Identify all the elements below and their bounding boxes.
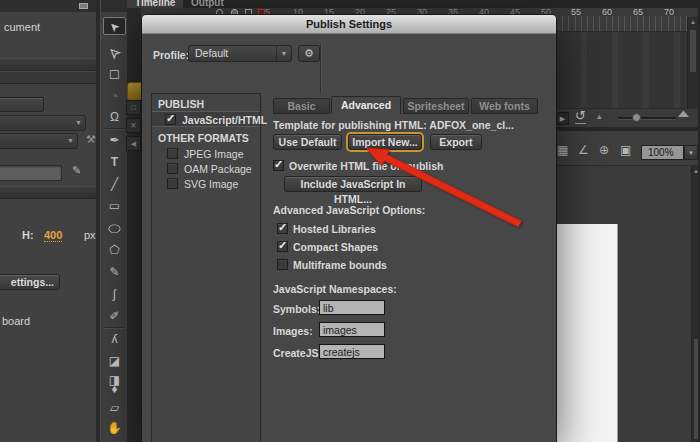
pencil-icon: ✎: [109, 265, 119, 279]
zoom-in-frames-icon[interactable]: ▲: [674, 107, 693, 119]
loop-playback-icon[interactable]: ↺: [575, 109, 586, 124]
profile-label: Profile:: [153, 49, 189, 61]
edit-scene-icon[interactable]: ▦: [557, 143, 568, 157]
bone-tool[interactable]: ʎ: [103, 330, 126, 348]
clip-content-icon[interactable]: ▣: [620, 143, 631, 157]
polystar-tool[interactable]: ⬠: [103, 241, 126, 259]
format-row-oam[interactable]: OAM Package: [152, 162, 260, 177]
play-icon: ▶: [560, 115, 565, 122]
rectangle-tool[interactable]: ▭: [103, 197, 126, 215]
profile-dropdown[interactable]: Default ▼: [188, 45, 292, 62]
symbols-input[interactable]: [319, 300, 385, 315]
format-row-svg[interactable]: SVG Image: [152, 177, 260, 192]
images-label: Images:: [273, 325, 313, 337]
frame-size-slider-thumb[interactable]: [632, 113, 641, 122]
close-icon: ×: [131, 120, 137, 131]
format-checkbox[interactable]: [167, 148, 178, 159]
format-checkbox[interactable]: [167, 163, 178, 174]
multiframe-bounds-label: Multiframe bounds: [293, 259, 387, 271]
edit-pencil-icon[interactable]: ✎: [72, 164, 81, 177]
brush-tool[interactable]: ∫: [103, 285, 126, 303]
format-row-javascript-html[interactable]: JavaScript/HTML: [152, 111, 260, 127]
wrench-icon[interactable]: ⚒: [86, 133, 96, 146]
hosted-libraries-checkbox[interactable]: [277, 223, 288, 234]
document-title: cument: [4, 21, 40, 33]
timeline-frames-area[interactable]: [556, 32, 688, 108]
template-line: Template for publishing HTML: ADFOX_one_…: [273, 119, 514, 131]
profile-options-button[interactable]: ⚙: [298, 45, 320, 62]
selection-tool[interactable]: ➤: [103, 17, 126, 35]
createjs-input[interactable]: [319, 344, 385, 359]
class-field[interactable]: [0, 165, 62, 181]
eyedropper-tool[interactable]: ♦: [103, 380, 126, 398]
close-button[interactable]: ×: [126, 118, 141, 133]
section-header-bar[interactable]: [0, 71, 96, 84]
images-input[interactable]: [319, 322, 385, 337]
target-dropdown[interactable]: [0, 115, 86, 131]
hand-tool[interactable]: ✋: [103, 419, 126, 437]
hosted-libraries-label: Hosted Libraries: [293, 223, 376, 235]
format-checkbox[interactable]: [167, 178, 178, 189]
tab-advanced[interactable]: Advanced: [331, 96, 401, 114]
format-row-jpeg[interactable]: JPEG Image: [152, 147, 260, 162]
panel-menu-icon[interactable]: [79, 3, 88, 9]
lasso-tool[interactable]: Ω: [103, 108, 126, 126]
height-value[interactable]: 400: [44, 229, 62, 242]
format-checkbox[interactable]: [165, 114, 176, 125]
line-icon: ╱: [111, 177, 118, 191]
tab-output[interactable]: Output: [183, 0, 232, 8]
format-label: JPEG Image: [184, 148, 244, 160]
oval-icon: ◯: [108, 222, 121, 235]
include-javascript-button[interactable]: Include JavaScript In HTML...: [284, 176, 422, 192]
scroll-up-icon[interactable]: ▲: [688, 19, 698, 25]
paint-brush-icon: ✐: [109, 309, 119, 323]
pen-tool[interactable]: ✒: [103, 131, 126, 149]
paint-bucket-tool[interactable]: ◪: [103, 352, 126, 370]
properties-panel: cument ⚒ ✎ H: 400 px ettings... board: [0, 0, 96, 442]
section-header-bar[interactable]: [0, 186, 96, 199]
zoom-dropdown-button[interactable]: ▼: [684, 145, 698, 160]
new-item-button[interactable]: □: [126, 100, 141, 115]
script-dropdown[interactable]: [0, 133, 78, 149]
overwrite-checkbox[interactable]: [273, 160, 284, 171]
eraser-icon: ▱: [110, 401, 119, 415]
compact-shapes-checkbox[interactable]: [277, 241, 288, 252]
rotation-tool-icon[interactable]: ∠: [578, 143, 589, 157]
3d-rotation-tool[interactable]: ◔: [103, 87, 126, 105]
subselection-tool[interactable]: ➤: [103, 44, 126, 62]
scrollbar-thumb[interactable]: [689, 29, 697, 73]
tab-spritesheet[interactable]: Spritesheet: [403, 98, 469, 114]
document-profile-button[interactable]: [0, 97, 44, 112]
tab-basic[interactable]: Basic: [273, 98, 330, 114]
use-default-button[interactable]: Use Default: [273, 134, 342, 150]
free-transform-icon: ☐: [109, 68, 120, 82]
text-tool[interactable]: T: [103, 153, 126, 171]
section-header-bar[interactable]: [0, 58, 96, 71]
export-button[interactable]: Export: [430, 134, 482, 150]
eraser-tool[interactable]: ▱: [103, 399, 126, 417]
board-label: board: [2, 315, 30, 327]
timeline-ruler-ticks[interactable]: [556, 16, 688, 32]
import-new-button[interactable]: Import New...: [348, 134, 422, 150]
frame-size-slider-track[interactable]: [618, 117, 676, 120]
advanced-settings-button[interactable]: ettings...: [0, 274, 60, 290]
timeline-menu-button[interactable]: ▶: [556, 112, 569, 125]
oval-tool[interactable]: ◯: [103, 219, 126, 237]
timeline-scrollbar[interactable]: ▲: [687, 17, 698, 108]
toolbar-divider: [104, 327, 125, 328]
dialog-title-bar[interactable]: Publish Settings: [142, 15, 556, 34]
back-button[interactable]: ◀: [126, 136, 141, 151]
tab-timeline[interactable]: Timeline: [127, 0, 183, 8]
dialog-separator: [320, 44, 321, 94]
format-label: SVG Image: [184, 178, 238, 190]
zoom-out-frames-icon[interactable]: ▴: [597, 111, 602, 121]
pencil-tool[interactable]: ✎: [103, 263, 126, 281]
center-stage-icon[interactable]: ⊕: [599, 143, 609, 157]
tab-web-fonts[interactable]: Web fonts: [471, 98, 538, 114]
createjs-label: CreateJS:: [273, 347, 322, 359]
multiframe-bounds-checkbox[interactable]: [277, 259, 288, 270]
paint-brush-tool[interactable]: ✐: [103, 307, 126, 325]
free-transform-tool[interactable]: ☐: [103, 66, 126, 84]
line-tool[interactable]: ╱: [103, 175, 126, 193]
zoom-level-field[interactable]: 100%: [641, 145, 684, 160]
